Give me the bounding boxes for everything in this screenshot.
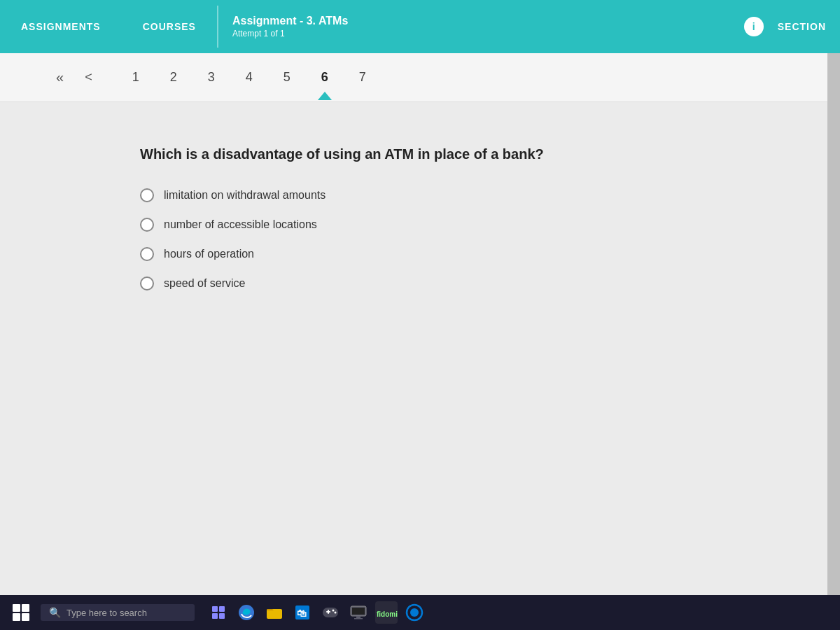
radio-4[interactable] (140, 276, 154, 290)
courses-nav[interactable]: COURSES (122, 21, 217, 32)
question-num-5[interactable]: 5 (279, 70, 295, 85)
option-2[interactable]: number of accessible locations (140, 218, 326, 232)
question-num-4[interactable]: 4 (241, 70, 258, 85)
store-icon: 🛍 (293, 603, 312, 622)
edge-icon (237, 603, 255, 622)
main-content: Which is a disadvantage of using an ATM … (0, 102, 840, 595)
question-nav-bar: « < 1 2 3 4 5 6 7 (0, 53, 840, 102)
question-num-7[interactable]: 7 (354, 70, 371, 85)
task-view-btn[interactable] (206, 600, 231, 625)
option-1[interactable]: limitation on withdrawal amounts (140, 188, 326, 202)
radio-3[interactable] (140, 247, 154, 261)
edge-browser-btn[interactable] (234, 600, 259, 625)
game-btn[interactable] (318, 600, 343, 625)
svg-rect-14 (352, 608, 365, 615)
taskbar-apps: 🛍 fidomi (206, 600, 427, 625)
svg-point-11 (332, 610, 335, 612)
monitor-icon (349, 603, 368, 622)
assignment-attempt: Attempt 1 of 1 (232, 29, 348, 38)
svg-rect-5 (267, 609, 282, 619)
taskbar-search[interactable]: 🔍 Type here to search (41, 604, 195, 621)
svg-rect-3 (219, 613, 225, 619)
nav-right: i SECTION (744, 17, 840, 36)
svg-text:🛍: 🛍 (297, 608, 307, 619)
question-num-2[interactable]: 2 (165, 70, 182, 85)
option-4[interactable]: speed of service (140, 276, 326, 290)
store-btn[interactable]: 🛍 (290, 600, 315, 625)
assignment-title-block: Assignment - 3. ATMs Attempt 1 of 1 (218, 15, 362, 38)
right-edge-panel (827, 53, 840, 595)
question-text: Which is a disadvantage of using an ATM … (140, 144, 544, 164)
nav-single-left-btn[interactable]: < (85, 70, 92, 85)
display-btn[interactable] (346, 600, 371, 625)
option-label-2: number of accessible locations (164, 218, 317, 231)
active-question-indicator (318, 92, 332, 100)
game-icon (321, 603, 340, 622)
question-num-6[interactable]: 6 (316, 70, 333, 85)
svg-rect-0 (212, 606, 218, 612)
question-numbers: 1 2 3 4 5 6 7 (127, 70, 371, 85)
svg-rect-10 (328, 610, 329, 614)
circle-icon (405, 603, 424, 622)
svg-point-20 (410, 608, 419, 617)
search-placeholder-text: Type here to search (66, 608, 147, 618)
windows-taskbar: 🔍 Type here to search (0, 595, 840, 630)
task-view-icon (211, 605, 226, 620)
windows-icon (13, 604, 29, 621)
nav-double-left-btn[interactable]: « (56, 69, 64, 85)
svg-rect-2 (212, 613, 218, 619)
question-num-3[interactable]: 3 (203, 70, 220, 85)
top-nav: ASSIGNMENTS COURSES Assignment - 3. ATMs… (0, 0, 840, 53)
info-icon[interactable]: i (744, 17, 764, 36)
svg-rect-1 (219, 606, 225, 612)
option-3[interactable]: hours of operation (140, 247, 326, 261)
answer-options: limitation on withdrawal amounts number … (140, 188, 326, 290)
radio-2[interactable] (140, 218, 154, 232)
option-label-3: hours of operation (164, 248, 254, 260)
option-label-1: limitation on withdrawal amounts (164, 189, 326, 202)
svg-rect-15 (356, 616, 360, 618)
svg-text:fidomi: fidomi (377, 610, 398, 618)
question-num-1[interactable]: 1 (127, 70, 144, 85)
svg-point-12 (335, 612, 337, 614)
file-manager-btn[interactable] (262, 600, 287, 625)
start-button[interactable] (7, 598, 35, 626)
option-label-4: speed of service (164, 277, 246, 290)
circle-btn[interactable] (402, 600, 427, 625)
fidomi-icon: fidomi (374, 600, 399, 625)
radio-1[interactable] (140, 188, 154, 202)
assignment-title: Assignment - 3. ATMs (232, 15, 348, 27)
search-icon: 🔍 (49, 607, 61, 618)
folder-icon (265, 603, 284, 622)
section-label: SECTION (778, 21, 826, 32)
svg-rect-16 (354, 618, 363, 620)
assignments-nav[interactable]: ASSIGNMENTS (0, 21, 122, 32)
fidomi-btn[interactable]: fidomi (374, 600, 399, 625)
